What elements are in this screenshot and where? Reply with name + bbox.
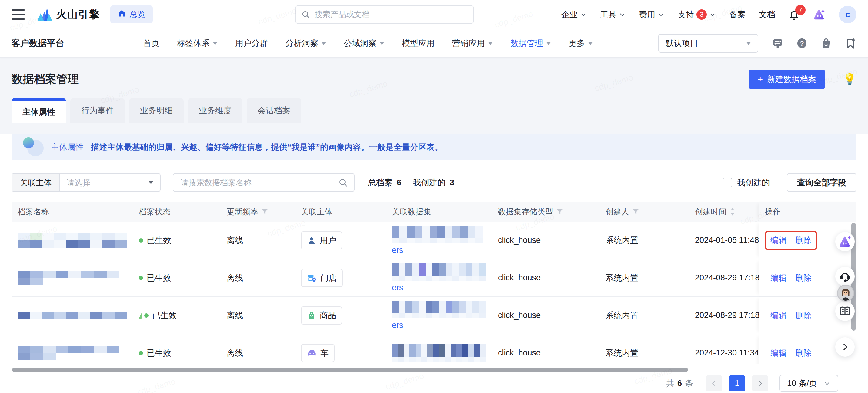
create-archive-button[interactable]: + 新建数据档案 [749, 70, 826, 89]
cell-storage-type: click_house [492, 348, 599, 358]
subnav-item-label: 更多 [568, 38, 585, 49]
top-menu-label: 工具 [600, 9, 616, 20]
cell-creator: 系统内置 [599, 272, 689, 284]
subnav-item-user-segment[interactable]: 用户分群 [235, 38, 268, 49]
action-links: 编辑删除 [765, 306, 817, 325]
customer-service-button[interactable] [835, 267, 855, 286]
search-input[interactable] [295, 5, 474, 24]
hamburger-menu-icon[interactable] [11, 9, 25, 20]
search-icon[interactable] [338, 178, 348, 189]
subnav-item-model-app[interactable]: 模型应用 [402, 38, 435, 49]
top-menu-label: 备案 [729, 9, 746, 20]
console-board-icon[interactable] [772, 37, 784, 50]
filter-icon[interactable] [261, 208, 269, 215]
help-icon[interactable]: ? [796, 37, 808, 50]
info-banner: 主体属性 描述主体最基础的归属、兴趣、偏好等特征信息，提供“我是谁”的画像内容。… [11, 134, 857, 161]
horizontal-scrollbar[interactable] [12, 367, 688, 372]
filter-icon[interactable] [632, 208, 640, 215]
subnav-item-analysis-insight[interactable]: 分析洞察 [285, 38, 326, 49]
top-menu-tools[interactable]: 工具 [600, 9, 625, 20]
notification-bell-icon[interactable]: 7 [788, 9, 800, 20]
delete-link[interactable]: 删除 [795, 272, 812, 284]
dataset-link[interactable]: ers [392, 245, 486, 255]
subject-filter-select[interactable]: 请选择 [60, 174, 160, 191]
next-page-button[interactable] [752, 375, 768, 392]
tab-business-detail[interactable]: 业务明细 [129, 98, 184, 123]
column-header-label: 创建人 [606, 206, 629, 217]
status-dot-icon [144, 314, 149, 318]
shop-bag-icon[interactable] [820, 37, 832, 50]
blurred-pixels [18, 233, 127, 240]
status-badge: 已生效 [139, 310, 215, 321]
filter-icon[interactable] [556, 208, 563, 215]
subnav-item-data-management[interactable]: 数据管理 [510, 38, 551, 49]
subnav-item-tag-system[interactable]: 标签体系 [177, 38, 218, 49]
delete-link[interactable]: 删除 [795, 310, 812, 321]
top-menu-filing[interactable]: 备案 [729, 9, 746, 20]
archive-search-input[interactable] [173, 173, 354, 192]
column-header: 创建人 [599, 206, 689, 217]
column-header-label: 操作 [765, 206, 781, 217]
dataset-link[interactable]: ers [392, 283, 486, 293]
dataset-link[interactable]: ers [392, 321, 486, 330]
delete-link[interactable]: 删除 [795, 348, 812, 359]
subnav-item-home[interactable]: 首页 [143, 38, 159, 49]
tab-behavior-event[interactable]: 行为事件 [70, 98, 125, 123]
tab-subject-attribute[interactable]: 主体属性 [11, 98, 66, 123]
caret-down-icon [149, 181, 153, 184]
column-header: 更新频率 [221, 206, 295, 217]
blurred-pixels [18, 346, 127, 353]
home-icon [118, 9, 126, 20]
top-menu-support[interactable]: 支持3 [678, 9, 716, 20]
delete-link[interactable]: 删除 [795, 235, 812, 246]
column-header-label: 档案状态 [139, 206, 170, 217]
product-navbar: 客户数据平台 首页标签体系用户分群分析洞察公域洞察模型应用营销应用数据管理更多 … [0, 29, 868, 58]
assistant-avatar[interactable] [837, 285, 854, 301]
chevron-down-icon [709, 11, 716, 18]
column-header: 操作 [758, 202, 856, 222]
project-select[interactable]: 默认项目 [658, 34, 758, 53]
support-badge: 3 [696, 9, 707, 20]
top-menu-label: 支持 [678, 9, 694, 20]
edit-link[interactable]: 编辑 [770, 348, 787, 359]
subnav-item-marketing-app[interactable]: 营销应用 [452, 38, 493, 49]
tab-business-dimension[interactable]: 业务维度 [188, 98, 243, 123]
cell-related-dataset: ers [386, 301, 492, 330]
sort-icon[interactable] [730, 207, 736, 216]
table-row: 已生效离线用户ersclick_house系统内置2024-01-05 11:4… [11, 222, 857, 259]
cell-related-subject: 门店 [295, 269, 386, 287]
lightbulb-icon[interactable]: 💡 [843, 73, 857, 86]
user-avatar[interactable]: c [839, 6, 857, 23]
cell-related-dataset: ers [386, 226, 492, 255]
volcengine-logo-icon [37, 7, 53, 23]
ai-assistant-nav-icon[interactable] [813, 8, 826, 21]
column-header: 关联数据集 [386, 206, 492, 217]
bookmark-add-icon[interactable] [844, 37, 857, 50]
edit-link[interactable]: 编辑 [770, 272, 787, 284]
volcengine-logo[interactable]: 火山引擎 [37, 7, 100, 23]
chevron-down-icon [619, 11, 625, 18]
docs-book-button[interactable] [835, 301, 855, 321]
blurred-pixels [392, 314, 486, 318]
cell-related-subject: 车 [295, 344, 386, 362]
expand-chevron-button[interactable] [835, 337, 855, 357]
subnav-right: 默认项目 ? [658, 34, 857, 53]
ai-assistant-button[interactable] [835, 232, 855, 251]
edit-link[interactable]: 编辑 [770, 310, 787, 321]
page-size-select[interactable]: 10 条/页 [779, 375, 838, 392]
top-menu-enterprise[interactable]: 企业 [561, 9, 587, 20]
cell-related-subject: 商品 [295, 306, 386, 325]
query-all-fields-button[interactable]: 查询全部字段 [787, 173, 857, 192]
created-by-me-checkbox[interactable] [722, 178, 732, 188]
tab-session-archive[interactable]: 会话档案 [247, 98, 301, 123]
chevron-down-icon [658, 11, 664, 18]
subnav-item-public-insight[interactable]: 公域洞察 [344, 38, 384, 49]
top-menu-docs[interactable]: 文档 [759, 9, 775, 20]
overview-button[interactable]: 总览 [110, 5, 153, 23]
edit-link[interactable]: 编辑 [770, 235, 787, 246]
subnav-item-more[interactable]: 更多 [568, 38, 593, 49]
top-menu-billing[interactable]: 费用 [639, 9, 664, 20]
svg-text:?: ? [800, 39, 804, 47]
page-number-1[interactable]: 1 [729, 375, 745, 392]
prev-page-button[interactable] [706, 375, 722, 392]
